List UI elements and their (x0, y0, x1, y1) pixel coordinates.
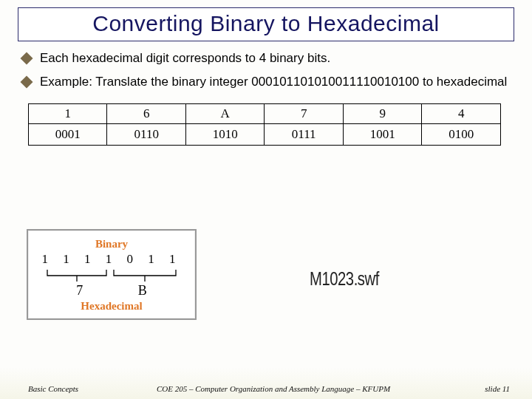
diagram-bits: 1 1 1 1 0 1 1 (34, 252, 189, 267)
grouping-brackets-icon (34, 268, 189, 284)
bullet-text: Each hexadecimal digit corresponds to 4 … (40, 50, 330, 66)
binary-cell: 1001 (343, 124, 421, 146)
table-row: 1 6 A 7 9 4 (29, 104, 501, 124)
slide-title: Converting Binary to Hexadecimal (18, 11, 514, 36)
table-row: 0001 0110 1010 0111 1001 0100 (29, 124, 501, 146)
hex-cell: 7 (265, 104, 343, 124)
footer-right: slide 11 (485, 384, 510, 393)
binary-hex-diagram: Binary 1 1 1 1 0 1 1 7 B Hexadecimal (27, 229, 197, 320)
hex-cell: 6 (107, 104, 185, 124)
binary-cell: 1010 (185, 124, 264, 146)
footer-center: COE 205 – Computer Organization and Asse… (140, 384, 406, 393)
slide-title-box: Converting Binary to Hexadecimal (18, 7, 514, 41)
binary-cell: 0100 (422, 124, 501, 146)
hex-cell: A (185, 104, 264, 124)
bullet-icon (21, 52, 33, 65)
diagram-hex-left: 7 (76, 283, 83, 298)
hex-cell: 1 (29, 104, 107, 124)
diagram-hex-digits: 7 B (34, 283, 189, 299)
hex-cell: 9 (343, 104, 421, 124)
footer-left: Basic Concepts (28, 384, 78, 393)
hex-cell: 4 (422, 104, 501, 124)
bullet-icon (21, 76, 33, 89)
diagram-binary-label: Binary (34, 238, 189, 250)
bullet-item: Example: Translate the binary integer 00… (22, 74, 510, 90)
slide-body: Each hexadecimal digit corresponds to 4 … (0, 44, 532, 146)
bullet-item: Each hexadecimal digit corresponds to 4 … (22, 50, 510, 66)
diagram-hex-right: B (138, 283, 147, 298)
conversion-table: 1 6 A 7 9 4 0001 0110 1010 0111 1001 010… (28, 103, 501, 146)
bullet-text: Example: Translate the binary integer 00… (40, 74, 507, 90)
binary-cell: 0111 (265, 124, 343, 146)
binary-cell: 0001 (29, 124, 107, 146)
embedded-media-placeholder: M1023.swf (310, 268, 379, 290)
binary-cell: 0110 (107, 124, 185, 146)
diagram-hex-label: Hexadecimal (34, 300, 189, 313)
